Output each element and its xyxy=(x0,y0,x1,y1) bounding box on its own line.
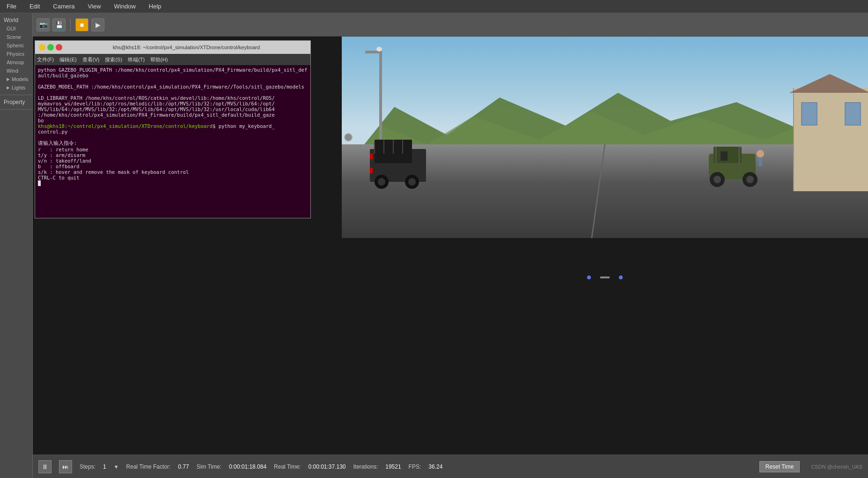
toolbar-sep-1 xyxy=(70,18,71,31)
sidebar-item-lights[interactable]: ▶ Lights xyxy=(2,83,30,92)
fps-label: FPS: xyxy=(409,463,421,470)
iterations-label: Iterations: xyxy=(353,463,378,470)
gazebo-viewport[interactable] xyxy=(342,37,868,238)
toolbar-camera-icon[interactable]: 📷 xyxy=(37,18,50,31)
sidebar-item-scene[interactable]: Scene xyxy=(2,33,30,41)
sim-time-value: 0:00:01:18.084 xyxy=(229,463,266,470)
svg-point-10 xyxy=(408,178,416,186)
drone-indicator xyxy=(587,276,623,279)
menu-view[interactable]: View xyxy=(85,2,104,11)
utv-svg xyxy=(699,140,774,196)
menu-camera[interactable]: Camera xyxy=(50,2,77,11)
steps-label: Steps: xyxy=(80,463,96,470)
terminal-window-controls xyxy=(39,44,62,51)
steps-dropdown[interactable]: ▼ xyxy=(114,464,119,470)
toolbar-save-icon[interactable]: 💾 xyxy=(52,18,66,31)
window-1 xyxy=(801,102,817,126)
camera-widget[interactable] xyxy=(344,133,353,142)
terminal-menu-search[interactable]: 搜索(S) xyxy=(105,56,122,63)
svg-point-8 xyxy=(378,178,385,186)
sidebar-property-section: Property xyxy=(0,95,32,110)
drone-dot-left xyxy=(587,276,591,279)
sidebar-item-models[interactable]: ▶ Models xyxy=(2,75,30,83)
top-toolbar: 📷 💾 ■ ▶ xyxy=(33,13,868,37)
sidebar-item-gui[interactable]: GUI xyxy=(2,24,30,33)
terminal-titlebar: khs@khs18: ~/control/px4_simulation/XTDr… xyxy=(35,41,310,54)
sim-time-label: Sim Time: xyxy=(197,463,221,470)
terminal-close-btn[interactable] xyxy=(56,44,62,51)
building xyxy=(793,88,868,191)
sidebar-item-physics[interactable]: Physics xyxy=(2,50,30,58)
terminal-window: khs@khs18: ~/control/px4_simulation/XTDr… xyxy=(35,40,311,218)
sidebar-item-spherical[interactable]: Spheric xyxy=(2,41,30,50)
terminal-menu-edit[interactable]: 编辑(E) xyxy=(59,56,77,63)
truck-svg xyxy=(365,130,449,201)
window-2 xyxy=(845,102,861,126)
terminal-menu-view[interactable]: 查看(V) xyxy=(82,56,100,63)
toolbar-record-icon[interactable]: ▶ xyxy=(91,18,104,31)
sidebar: World GUI Scene Spheric Physics Atmosp W… xyxy=(0,13,33,478)
svg-rect-25 xyxy=(758,157,762,166)
lamp-arm xyxy=(365,51,382,53)
svg-rect-5 xyxy=(370,154,373,159)
status-bar: ⏸ ⏭ Steps: 1 ▼ Real Time Factor: 0.77 Si… xyxy=(33,455,868,478)
realtime-factor-value: 0.77 xyxy=(178,463,189,470)
svg-rect-23 xyxy=(721,151,728,161)
terminal-menu-help[interactable]: 帮助(H) xyxy=(150,56,168,63)
steps-value: 1 xyxy=(103,463,106,470)
scene-container: khs@khs18: ~/control/px4_simulation/XTDr… xyxy=(33,37,868,478)
terminal-maximize-btn[interactable] xyxy=(47,44,54,51)
step-button[interactable]: ⏭ xyxy=(59,460,72,473)
sidebar-item-wind[interactable]: Wind xyxy=(2,67,30,75)
menu-help[interactable]: Help xyxy=(146,2,164,11)
pause-button[interactable]: ⏸ xyxy=(38,460,51,473)
terminal-title: khs@khs18: ~/control/px4_simulation/XTDr… xyxy=(66,45,307,50)
main-area: 📷 💾 ■ ▶ xyxy=(33,13,868,478)
lights-expand-icon: ▶ xyxy=(7,85,10,90)
models-expand-icon: ▶ xyxy=(7,77,10,82)
real-time-label: Real Time: xyxy=(274,463,301,470)
terminal-menu-file[interactable]: 文件(F) xyxy=(37,56,54,63)
svg-point-22 xyxy=(746,176,754,183)
terminal-minimize-btn[interactable] xyxy=(39,44,45,51)
svg-point-24 xyxy=(757,150,764,157)
svg-rect-6 xyxy=(370,168,373,173)
real-time-value: 0:00:01:37.130 xyxy=(308,463,346,470)
drone-dot-right xyxy=(619,276,623,279)
menu-file[interactable]: File xyxy=(4,2,19,11)
menu-window[interactable]: Window xyxy=(111,2,139,11)
terminal-menu-terminal[interactable]: 终端(T) xyxy=(128,56,145,63)
iterations-value: 19521 xyxy=(385,463,401,470)
terminal-menu: 文件(F) 编辑(E) 查看(V) 搜索(S) 终端(T) 帮助(H) xyxy=(35,54,310,65)
sidebar-world-section: World GUI Scene Spheric Physics Atmosp W… xyxy=(0,13,32,95)
reset-time-button[interactable]: Reset Time xyxy=(759,461,800,472)
drone-body xyxy=(600,276,610,278)
sidebar-item-atmosphere[interactable]: Atmosp xyxy=(2,58,30,67)
sidebar-item-property[interactable]: Property xyxy=(2,98,30,106)
toolbar-translate-icon[interactable]: ■ xyxy=(75,18,88,31)
dark-ground xyxy=(342,238,868,455)
svg-line-2 xyxy=(592,144,605,238)
watermark-text: CSDN @cherish_UAS xyxy=(811,464,862,470)
realtime-factor-label: Real Time Factor: xyxy=(126,463,171,470)
lamp-head xyxy=(376,47,382,52)
sidebar-item-world[interactable]: World xyxy=(2,16,30,24)
terminal-body[interactable]: python GAZEBO_PLUGIN_PATH :/home/khs/con… xyxy=(35,65,310,218)
menu-edit[interactable]: Edit xyxy=(27,2,43,11)
menubar: File Edit Camera View Window Help xyxy=(0,0,868,13)
fps-value: 36.24 xyxy=(428,463,442,470)
svg-point-20 xyxy=(714,176,721,183)
